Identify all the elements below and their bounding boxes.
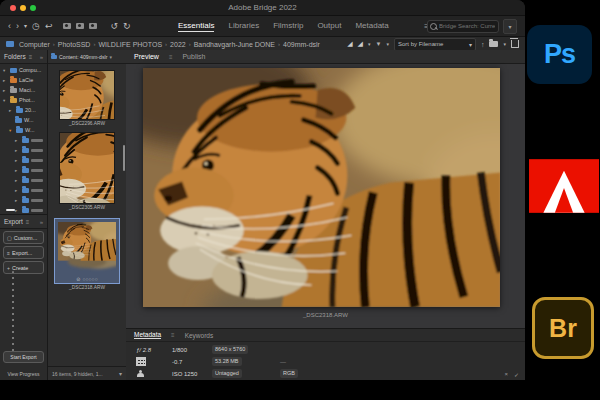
tab-publish[interactable]: Publish [182, 53, 205, 60]
sort-ascending-icon[interactable]: ↑ [481, 41, 485, 48]
preview-quality-icon[interactable]: ◢ [358, 40, 363, 48]
folder-icon [15, 118, 22, 123]
export-button[interactable]: ≡ Export... [3, 246, 44, 259]
expand-icon[interactable]: ▾ [3, 68, 8, 73]
rating-dots-icon[interactable]: ○○○○○ [83, 276, 98, 282]
thumbnail-filename: _DSC2305.ARW [69, 205, 105, 210]
sort-dropdown[interactable]: Sort by Filename ▾ [394, 38, 476, 51]
thumbnail-dsc2305[interactable] [60, 133, 114, 203]
create-preset-button[interactable]: + Create [3, 261, 44, 274]
panel-menu-icon[interactable]: ≡ [29, 54, 33, 60]
thumbnail-dsc2318-selected[interactable]: ⊘ ○○○○○ [55, 219, 119, 283]
folder-tree-item[interactable]: ▸ [0, 145, 47, 155]
thumbnail-dsc2296[interactable] [60, 71, 114, 119]
folder-tree-item-current[interactable]: ▾ W... [0, 125, 47, 135]
preview-image[interactable] [143, 68, 500, 307]
breadcrumb-bandhavgarh[interactable]: Bandhavgarh-June DONE [194, 41, 275, 48]
expand-icon[interactable]: ▸ [15, 208, 20, 213]
custom-export-button[interactable]: ▢ Custom... [3, 231, 44, 244]
breadcrumb-2022[interactable]: 2022 [170, 41, 186, 48]
folder-tree-item-lacie[interactable]: ▸ LaCie [0, 75, 47, 85]
content-scrollbar[interactable] [123, 145, 125, 171]
tab-metadata-workspace[interactable]: Metadata [355, 21, 388, 32]
folder-tree-item[interactable]: W... [0, 115, 47, 125]
breadcrumb-separator-icon: › [278, 41, 280, 47]
content-panel-header[interactable]: Content: 409mm-dslr ▾ [48, 50, 126, 64]
zoom-window-icon[interactable] [30, 5, 36, 11]
rotate-left-icon[interactable]: ↺ [110, 22, 118, 31]
expand-icon[interactable]: ▸ [3, 88, 8, 93]
panel-collapse-icon[interactable]: » [40, 219, 43, 225]
folder-tree-item[interactable]: ▸ [0, 185, 47, 195]
folder-tree-item[interactable]: ▸ [0, 155, 47, 165]
tab-output[interactable]: Output [317, 21, 341, 32]
close-window-icon[interactable] [10, 5, 16, 11]
thumbnail-quality-icon[interactable]: ◢ [347, 40, 352, 48]
breadcrumb-photossd[interactable]: PhotoSSD [58, 41, 91, 48]
search-input[interactable] [439, 23, 495, 29]
folder-tree-item-photossd[interactable]: ▾ Phot... [0, 95, 47, 105]
breadcrumb-computer[interactable]: Computer [19, 41, 50, 48]
breadcrumb-wildlife[interactable]: WILDLIFE PHOTOS [98, 41, 162, 48]
expand-icon[interactable]: ▾ [9, 128, 14, 133]
tab-preview[interactable]: Preview [134, 53, 159, 60]
new-folder-icon[interactable] [489, 41, 498, 47]
folders-panel-header[interactable]: Folders ≡ » [0, 50, 47, 64]
panel-menu-icon[interactable]: ≡ [171, 332, 175, 338]
start-export-label: Start Export [10, 354, 36, 360]
folder-tree-item[interactable]: ▸ 20... [0, 105, 47, 115]
tab-filmstrip[interactable]: Filmstrip [273, 21, 303, 32]
breadcrumb-409mm[interactable]: 409mm-dslr [283, 41, 320, 48]
return-to-app-icon[interactable]: ↩ [45, 22, 53, 31]
back-icon[interactable]: ‹ [8, 22, 11, 31]
tab-metadata[interactable]: Metadata [134, 331, 161, 339]
expand-icon[interactable]: ▸ [15, 178, 20, 183]
folder-tree-item[interactable]: ▸ [0, 135, 47, 145]
panel-menu-icon[interactable]: ≡ [26, 219, 30, 225]
expand-icon[interactable]: ▸ [9, 108, 14, 113]
apply-icon[interactable]: ✓ [514, 371, 519, 378]
folder-tree-item[interactable]: ▸ [0, 195, 47, 205]
content-status-bar: 16 items, 9 hidden, 1... ▾ [48, 366, 126, 380]
expand-icon[interactable]: ▸ [15, 188, 20, 193]
export-scrollbar[interactable] [12, 271, 14, 359]
tab-libraries[interactable]: Libraries [228, 21, 259, 32]
delete-icon[interactable] [511, 40, 519, 48]
folder-tree-item[interactable]: ▸ [0, 175, 47, 185]
camera-import-icon[interactable] [63, 23, 71, 29]
expand-icon[interactable]: ▸ [15, 138, 20, 143]
chevron-down-icon[interactable]: ▾ [119, 370, 122, 377]
camera-raw-icon[interactable] [76, 23, 84, 29]
recent-files-icon[interactable]: ◷ [32, 22, 40, 31]
rating-row[interactable]: ⊘ ○○○○○ [76, 276, 97, 282]
expand-icon[interactable]: ▾ [3, 98, 8, 103]
search-box[interactable] [427, 20, 499, 33]
view-progress-link[interactable]: View Progress [0, 371, 47, 377]
folder-tree-item-computer[interactable]: ▾ Compu... [0, 65, 47, 75]
panel-menu-icon[interactable]: ≡ [169, 54, 173, 60]
folder-tree-item-macintosh[interactable]: ▸ Maci... [0, 85, 47, 95]
folder-label: LaCie [19, 77, 33, 83]
no-rating-icon[interactable]: ⊘ [76, 276, 80, 282]
panel-resize-handle[interactable] [6, 209, 15, 211]
nav-dropdown-icon[interactable]: ▾ [24, 23, 27, 29]
folder-tree-item[interactable]: ▸ [0, 165, 47, 175]
start-export-button[interactable]: Start Export [3, 351, 44, 363]
forward-icon[interactable]: › [16, 22, 19, 31]
expand-icon[interactable]: ▸ [15, 168, 20, 173]
expand-icon[interactable]: ▸ [15, 148, 20, 153]
tab-essentials[interactable]: Essentials [178, 21, 214, 32]
rotate-right-icon[interactable]: ↻ [123, 22, 131, 31]
cancel-icon[interactable]: × [504, 371, 508, 378]
minimize-window-icon[interactable] [20, 5, 26, 11]
filter-icon[interactable]: ▼ [376, 41, 382, 47]
export-panel-header[interactable]: Export ≡ » [0, 215, 47, 229]
settings-gear-icon[interactable] [89, 23, 97, 29]
tab-keywords[interactable]: Keywords [185, 332, 214, 339]
search-scope-dropdown[interactable]: ▾ [503, 19, 517, 34]
folder-label [31, 199, 43, 202]
expand-icon[interactable]: ▸ [15, 198, 20, 203]
panel-collapse-icon[interactable]: » [40, 54, 43, 60]
expand-icon[interactable]: ▸ [3, 78, 8, 83]
expand-icon[interactable]: ▸ [15, 158, 20, 163]
